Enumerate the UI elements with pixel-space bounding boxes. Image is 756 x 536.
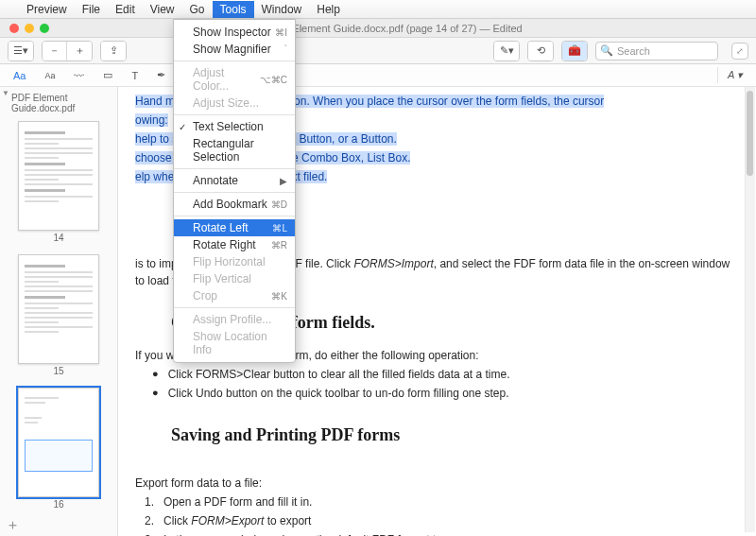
heading-saving-printing: Saving and Printing PDF forms — [171, 423, 735, 448]
menu-go[interactable]: Go — [182, 1, 213, 18]
zoom-in-icon: ＋ — [75, 43, 85, 58]
scrollbar-thumb[interactable] — [747, 91, 753, 176]
font-style-dropdown[interactable]: A ▾ — [717, 67, 747, 83]
menu-item-assign-profile: Assign Profile... — [174, 311, 295, 328]
menu-item-text-selection[interactable]: ✓Text Selection — [174, 118, 295, 135]
menu-item-crop: Crop⌘K — [174, 287, 295, 304]
menu-separator — [174, 114, 295, 115]
menu-separator — [174, 307, 295, 308]
vertical-scrollbar[interactable] — [745, 87, 755, 532]
menu-separator — [174, 168, 295, 169]
rotate-button[interactable]: ⟲ — [528, 42, 553, 61]
markup-toggle-button[interactable]: 🧰 — [562, 42, 587, 61]
rotate-icon: ⟲ — [537, 44, 545, 57]
window-title: Element Guide.docx.pdf (page 14 of 27) —… — [59, 23, 756, 34]
list-item: 2.Click FORM>Export to export — [145, 512, 735, 529]
sign-button[interactable]: ✒ — [153, 67, 169, 83]
menu-item-adjust-size: Adjust Size... — [174, 95, 295, 112]
thumbnail-page-number: 14 — [0, 233, 117, 243]
toolbox-icon: 🧰 — [568, 44, 581, 57]
thumbnail-page-number: 15 — [0, 366, 117, 376]
page-thumbnail-16[interactable] — [18, 388, 99, 497]
search-icon: 🔍 — [600, 44, 613, 57]
markup-toolbar: Aa Aa 〰 ▭ T ✒ ▤ A ▾ — [0, 64, 756, 87]
list-item: 1.Open a PDF form and fill it in. — [145, 493, 735, 510]
expand-icon: ⤢ — [736, 46, 744, 56]
menu-separator — [174, 192, 295, 193]
signature-icon: ✒ — [157, 69, 165, 80]
menu-item-adjust-color: Adjust Color...⌥⌘C — [174, 64, 295, 95]
main-split: ▼ PDF Element Guide.docx.pdf 14 15 16 ＋ … — [0, 87, 756, 536]
window-zoom-button[interactable] — [40, 24, 49, 33]
checkmark-icon: ✓ — [179, 122, 186, 132]
page-thumbnail-14[interactable] — [18, 121, 99, 231]
add-page-button[interactable]: ＋ — [6, 516, 20, 534]
share-icon: ⇪ — [110, 44, 118, 57]
zoom-out-icon: － — [49, 43, 60, 58]
list-item: ●Click FORMS>Clear button to clear all t… — [152, 366, 735, 383]
body-text: Export form data to a file: — [135, 475, 735, 492]
fullscreen-button[interactable]: ⤢ — [731, 43, 748, 60]
menu-tools[interactable]: Tools — [213, 1, 254, 18]
menu-item-annotate[interactable]: Annotate▶ — [174, 172, 295, 189]
text-tool-button[interactable]: T — [128, 68, 142, 83]
window-minimize-button[interactable] — [25, 24, 34, 33]
window-close-button[interactable] — [9, 24, 19, 33]
menu-separator — [174, 61, 295, 61]
sidebar-toggle-button[interactable]: ☰▾ — [9, 42, 33, 61]
bullet-icon: ● — [152, 366, 159, 383]
menu-separator — [174, 216, 295, 216]
search-field[interactable]: 🔍 Search — [595, 42, 718, 61]
text-style-large-button[interactable]: Aa — [9, 68, 29, 83]
sketch-button[interactable]: 〰 — [70, 68, 88, 83]
menu-item-rotate-left[interactable]: Rotate Left⌘L — [174, 219, 295, 236]
zoom-out-button[interactable]: － — [43, 42, 67, 61]
window-titlebar: Element Guide.docx.pdf (page 14 of 27) —… — [0, 19, 756, 38]
menu-window[interactable]: Window — [254, 1, 310, 18]
menu-item-rectangular-selection[interactable]: Rectangular Selection — [174, 135, 295, 165]
page-thumbnail-15[interactable] — [18, 254, 99, 364]
menu-view[interactable]: View — [143, 1, 182, 18]
menu-item-flip-horizontal: Flip Horizontal — [174, 253, 295, 270]
menubar: Preview File Edit View Go Tools Window H… — [0, 0, 756, 19]
selected-text: owing: — [135, 113, 168, 127]
tools-menu-dropdown: Show Inspector⌘I Show Magnifier` Adjust … — [173, 19, 296, 363]
disclosure-triangle-icon[interactable]: ▼ — [2, 89, 9, 97]
zoom-in-button[interactable]: ＋ — [67, 42, 92, 61]
submenu-arrow-icon: ▶ — [280, 176, 287, 186]
menu-item-add-bookmark[interactable]: Add Bookmark⌘D — [174, 196, 295, 213]
sketch-icon: 〰 — [74, 70, 84, 81]
thumbnail-page-number: 16 — [0, 499, 117, 510]
bullet-icon: ● — [152, 385, 159, 402]
menu-item-flip-vertical: Flip Vertical — [174, 270, 295, 287]
list-item: 3.In the pop up window, choose the defau… — [145, 531, 735, 536]
menu-item-show-magnifier[interactable]: Show Magnifier` — [174, 41, 295, 58]
menu-item-show-inspector[interactable]: Show Inspector⌘I — [174, 24, 295, 41]
search-placeholder: Search — [617, 45, 650, 57]
highlight-button[interactable]: ✎▾ — [494, 42, 519, 61]
menu-edit[interactable]: Edit — [108, 1, 143, 18]
shapes-icon: ▭ — [103, 69, 112, 80]
pencil-icon: ✎▾ — [500, 44, 514, 57]
menu-preview[interactable]: Preview — [19, 1, 75, 18]
text-style-small-button[interactable]: Aa — [41, 69, 59, 82]
menu-item-rotate-right[interactable]: Rotate Right⌘R — [174, 236, 295, 253]
sidebar-filename: PDF Element Guide.docx.pdf — [0, 91, 117, 117]
shapes-button[interactable]: ▭ — [99, 67, 116, 83]
share-button[interactable]: ⇪ — [101, 42, 126, 61]
list-item: ●Click Undo button on the quick toolbar … — [152, 385, 735, 402]
menu-item-show-location-info: Show Location Info — [174, 328, 295, 358]
menu-help[interactable]: Help — [309, 1, 348, 18]
menu-file[interactable]: File — [75, 1, 108, 18]
thumbnail-sidebar[interactable]: ▼ PDF Element Guide.docx.pdf 14 15 16 ＋ — [0, 87, 118, 536]
toolbar: ☰▾ － ＋ ⇪ ✎▾ ⟲ 🧰 🔍 Search ⤢ — [0, 38, 756, 64]
